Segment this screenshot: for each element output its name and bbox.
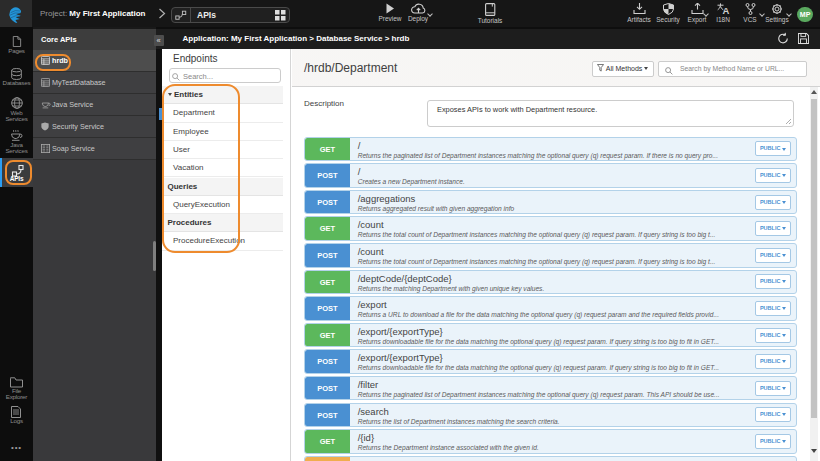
svg-text:A: A	[722, 5, 729, 15]
